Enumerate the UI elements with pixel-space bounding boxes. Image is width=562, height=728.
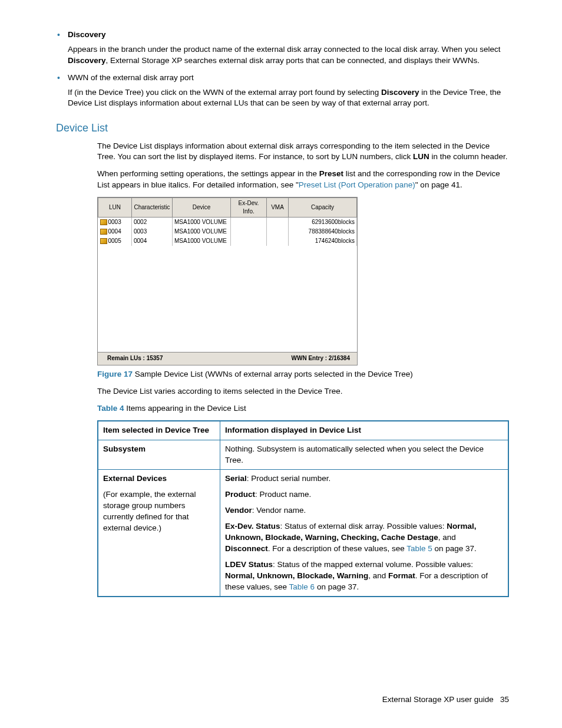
cell-external-devices-info: Serial: Product serial number. Product: … (220, 470, 509, 597)
table-row: External Devices (For example, the exter… (98, 470, 508, 597)
cell-subsystem: Subsystem (98, 440, 220, 470)
footer-wwn-entry: WWN Entry : 2/16384 (292, 354, 350, 363)
discovery-desc: Appears in the branch under the product … (68, 44, 509, 67)
col-lun[interactable]: LUN (98, 198, 132, 218)
bullet-discovery-label: Discovery (68, 30, 106, 39)
page-number: 35 (500, 695, 509, 704)
volume-icon (100, 219, 107, 225)
bullet-wwn: WWN of the external disk array port If (… (56, 73, 509, 110)
table-4-caption: Table 4 Items appearing in the Device Li… (97, 403, 509, 414)
link-table-6[interactable]: Table 6 (289, 582, 315, 591)
volume-icon (100, 229, 107, 235)
table-row[interactable]: 00030002MSA1000 VOLUME62913600blocks (98, 218, 357, 228)
heading-device-list: Device List (56, 121, 509, 136)
table4-h2: Information displayed in Device List (220, 421, 509, 440)
device-list-figure: LUN Characteristic Device Ex-Dev. Info. … (97, 197, 358, 365)
cell-subsystem-info: Nothing. Subsystem is automatically sele… (220, 440, 509, 470)
bullet-list: Discovery Appears in the branch under th… (56, 29, 509, 109)
bullet-discovery: Discovery Appears in the branch under th… (56, 29, 509, 67)
footer-remain-lus: Remain LUs : 15357 (107, 354, 163, 363)
device-list-footer: Remain LUs : 15357 WWN Entry : 2/16384 (98, 352, 357, 365)
link-table-5[interactable]: Table 5 (406, 544, 432, 553)
table-row[interactable]: 00040003MSA1000 VOLUME788388640blocks (98, 227, 357, 236)
table-row[interactable]: 00050004MSA1000 VOLUME1746240blocks (98, 236, 357, 246)
cell-external-devices: External Devices (For example, the exter… (98, 470, 220, 597)
link-preset-list[interactable]: Preset List (Port Operation pane) (299, 180, 415, 189)
para-device-list-2: When performing setting operations, the … (97, 169, 509, 191)
device-list-empty-area (98, 246, 357, 352)
para-device-list-1: The Device List displays information abo… (97, 141, 509, 163)
figure-17-caption: Figure 17 Sample Device List (WWNs of ex… (97, 369, 509, 380)
col-vma[interactable]: VMA (267, 198, 289, 218)
table-4: Item selected in Device Tree Information… (97, 420, 509, 598)
col-characteristic[interactable]: Characteristic (132, 198, 173, 218)
table4-h1: Item selected in Device Tree (98, 421, 220, 440)
volume-icon (100, 238, 107, 244)
col-device[interactable]: Device (173, 198, 231, 218)
device-list-table: LUN Characteristic Device Ex-Dev. Info. … (98, 197, 357, 246)
page-footer: External Storage XP user guide 35 (382, 694, 509, 706)
col-capacity[interactable]: Capacity (289, 198, 357, 218)
col-exdev[interactable]: Ex-Dev. Info. (231, 198, 267, 218)
wwn-desc: If (in the Device Tree) you click on the… (68, 87, 509, 110)
bullet-wwn-label: WWN of the external disk array port (68, 73, 194, 82)
para-device-list-3: The Device List varies according to item… (97, 386, 509, 397)
table-row: Subsystem Nothing. Subsystem is automati… (98, 440, 508, 470)
